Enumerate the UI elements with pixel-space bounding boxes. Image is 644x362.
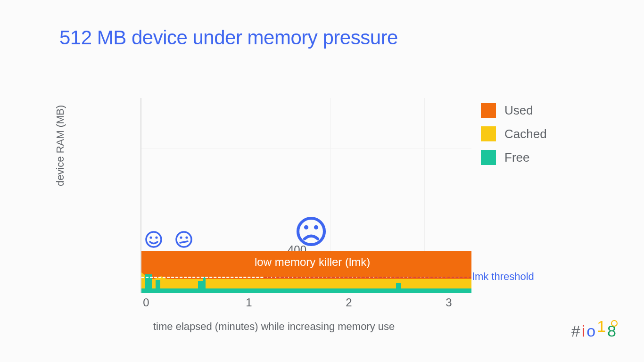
- svg-point-5: [185, 236, 188, 239]
- svg-point-3: [176, 232, 191, 247]
- series-free: [141, 288, 471, 293]
- face-meh-icon: [174, 230, 193, 249]
- swatch-cached: [481, 126, 496, 141]
- y-axis-label: device RAM (MB): [54, 105, 66, 186]
- svg-point-0: [146, 232, 161, 247]
- legend-label-free: Free: [504, 150, 529, 165]
- legend-item-cached: Cached: [481, 126, 547, 141]
- x-tick-0: 0: [132, 296, 160, 309]
- x-tick-1: 1: [235, 296, 263, 309]
- io18-hashtag-logo: #io18: [571, 322, 617, 340]
- svg-point-7: [304, 225, 308, 230]
- plot-area: low memory killer (lmk): [140, 98, 471, 293]
- lmk-threshold-line-active: [264, 277, 471, 278]
- face-sad-icon: [295, 215, 328, 248]
- x-axis-label: time elapsed (minutes) while increasing …: [153, 321, 395, 333]
- svg-point-4: [180, 236, 182, 239]
- swatch-free: [481, 150, 496, 165]
- x-tick-3: 3: [435, 296, 463, 309]
- legend-label-cached: Cached: [504, 127, 547, 141]
- swatch-used: [481, 103, 496, 118]
- legend-item-free: Free: [481, 150, 547, 165]
- lmk-band-label: low memory killer (lmk): [255, 255, 370, 269]
- svg-point-8: [314, 225, 318, 230]
- slide-title: 512 MB device under memory pressure: [59, 26, 398, 49]
- legend-label-used: Used: [504, 103, 533, 118]
- svg-point-2: [155, 236, 157, 239]
- svg-point-1: [149, 236, 152, 239]
- legend-item-used: Used: [481, 103, 547, 118]
- x-tick-2: 2: [335, 296, 363, 309]
- lmk-threshold-label: lmk threshold: [472, 271, 534, 283]
- legend: Used Cached Free: [481, 103, 547, 173]
- face-happy-icon: [144, 230, 163, 249]
- svg-point-6: [298, 218, 324, 245]
